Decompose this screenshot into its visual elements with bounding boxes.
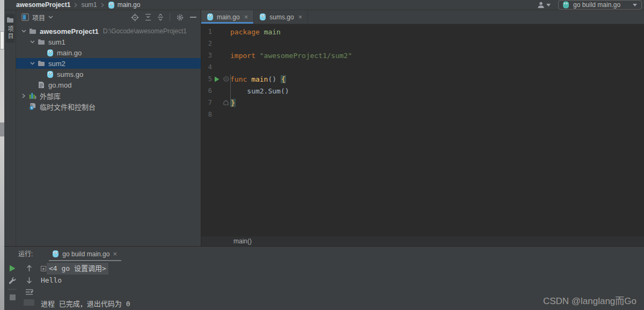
tree-item-sums-go[interactable]: sums.go <box>16 69 201 80</box>
chevron-down-icon[interactable] <box>48 16 53 19</box>
user-menu-button[interactable] <box>537 1 551 9</box>
fold-end-icon[interactable] <box>222 100 230 105</box>
divider <box>170 13 170 21</box>
user-icon <box>537 1 545 9</box>
go-file-icon <box>52 250 59 258</box>
tree-item-sum2[interactable]: sum2 <box>16 58 201 69</box>
line-number: 8 <box>201 111 212 118</box>
tree-item-sum1[interactable]: sum1 <box>16 37 201 47</box>
editor-breadcrumb-item[interactable]: main() <box>233 237 252 245</box>
close-icon[interactable]: × <box>244 13 248 20</box>
background-window-strip <box>0 0 4 310</box>
expand-all-button[interactable] <box>145 13 151 21</box>
tree-item-label: sum2 <box>48 60 65 68</box>
line-number: 2 <box>201 40 212 47</box>
tree-item-label: go.mod <box>48 81 71 89</box>
project-tree: awesomeProject1D:\Gocode\awesomeProject1… <box>16 24 201 246</box>
goland-ide-window: awesomeProject1 sum1 main.go go build ma… <box>4 0 644 310</box>
close-icon[interactable]: × <box>113 250 117 257</box>
close-icon[interactable]: × <box>298 13 303 20</box>
code-line[interactable]: 3import "awesomeProject1/sum2" <box>201 49 644 61</box>
breadcrumb-folder[interactable]: sum1 <box>81 1 97 9</box>
line-number: 5 <box>201 75 212 83</box>
collapse-all-button[interactable] <box>157 13 164 21</box>
editor-tab-sums-go[interactable]: sums.go× <box>254 10 308 24</box>
chevron-down-icon[interactable] <box>28 62 36 65</box>
locate-file-button[interactable] <box>131 13 139 21</box>
tree-item-scratches-and-consoles[interactable]: 临时文件和控制台 <box>16 101 201 112</box>
line-number: 4 <box>201 63 212 71</box>
editor-area: main.go×sums.go× 1package main23import "… <box>201 10 644 246</box>
code-line[interactable]: 2 <box>201 38 644 49</box>
tree-item-main-go[interactable]: main.go <box>16 47 201 58</box>
run-main-gutter-icon[interactable] <box>212 76 222 82</box>
rerun-button[interactable] <box>9 265 16 272</box>
console-nav-toolbar <box>20 261 38 310</box>
breadcrumb-project[interactable]: awesomeProject1 <box>16 1 70 9</box>
tree-item-awesomeproject1[interactable]: awesomeProject1D:\Gocode\awesomeProject1 <box>16 26 201 37</box>
scroll-to-end-button[interactable] <box>24 299 34 306</box>
code-editor[interactable]: 1package main23import "awesomeProject1/s… <box>201 24 644 236</box>
chevron-down-icon <box>546 4 551 6</box>
soft-wrap-button[interactable] <box>25 289 33 295</box>
chevron-right-icon[interactable] <box>19 93 28 98</box>
tree-item-label: awesomeProject1 <box>40 27 99 35</box>
down-stack-trace-button[interactable] <box>26 277 32 284</box>
run-configuration-label: go build main.go <box>573 1 620 9</box>
line-number: 7 <box>201 99 212 106</box>
project-panel-header: 项目 <box>16 10 201 24</box>
folder-icon <box>6 17 14 23</box>
gear-icon[interactable] <box>176 13 184 21</box>
go-file-icon <box>45 70 55 78</box>
stripe-project-label: 项目 <box>7 26 13 40</box>
chevron-down-icon <box>633 4 637 6</box>
go-file-icon <box>259 13 266 21</box>
fold-guide-line <box>230 75 231 106</box>
code-line[interactable]: 7} <box>201 97 644 109</box>
chevron-down-icon[interactable] <box>28 40 36 44</box>
code-line[interactable]: 4 <box>201 61 644 73</box>
run-configuration-select[interactable]: go build main.go <box>558 0 642 10</box>
code-line[interactable]: 8 <box>201 109 644 120</box>
code-line[interactable]: 1package main <box>201 26 644 38</box>
up-stack-trace-button[interactable] <box>26 265 32 272</box>
tree-item-external-libraries[interactable]: 外部库 <box>16 90 201 101</box>
tool-window-stripe: 项目 <box>4 10 16 246</box>
chevron-down-icon[interactable] <box>19 30 28 33</box>
tree-item-go-mod[interactable]: go.mod <box>16 80 201 90</box>
project-panel-title[interactable]: 项目 <box>32 13 45 22</box>
scratch-icon <box>28 103 38 110</box>
line-number: 1 <box>201 28 212 35</box>
editor-tab-main-go[interactable]: main.go× <box>201 10 254 24</box>
tree-item-label: sum1 <box>48 38 65 46</box>
editor-tab-bar: main.go×sums.go× <box>201 10 644 24</box>
go-file-icon <box>45 49 55 57</box>
edit-configuration-button[interactable] <box>9 277 16 284</box>
chevron-right-icon <box>101 3 104 8</box>
hide-panel-button[interactable] <box>190 16 196 18</box>
code-text: import "awesomeProject1/sum2" <box>230 52 352 60</box>
tree-item-label: 临时文件和控制台 <box>40 102 96 112</box>
code-line[interactable]: 5func main() { <box>201 73 644 85</box>
breadcrumb: awesomeProject1 sum1 main.go <box>16 1 140 9</box>
tree-item-path: D:\Gocode\awesomeProject1 <box>103 27 187 35</box>
project-view-icon <box>21 13 29 21</box>
code-text: func main() { <box>230 75 286 83</box>
go-file-icon <box>108 1 115 9</box>
expand-fold-icon[interactable]: + <box>41 266 46 271</box>
code-text: sum2.Sum() <box>230 87 289 95</box>
code-line[interactable]: 6 sum2.Sum() <box>201 85 644 97</box>
folder-icon <box>36 60 46 67</box>
editor-tab-label: main.go <box>217 13 240 21</box>
stripe-project-button[interactable]: 项目 <box>6 14 14 43</box>
folded-command-text[interactable]: <4 go 设置调用> <box>47 263 108 275</box>
run-panel-label: 运行: <box>18 249 33 261</box>
go-mod-icon <box>36 81 46 89</box>
stop-button[interactable] <box>10 294 16 300</box>
watermark: CSDN @langlang而Go <box>543 293 636 307</box>
line-number: 3 <box>201 52 212 59</box>
run-tab[interactable]: go build main.go × <box>49 248 121 261</box>
editor-tab-label: sums.go <box>269 13 294 21</box>
fold-start-icon[interactable] <box>222 76 230 82</box>
breadcrumb-file[interactable]: main.go <box>108 1 141 9</box>
